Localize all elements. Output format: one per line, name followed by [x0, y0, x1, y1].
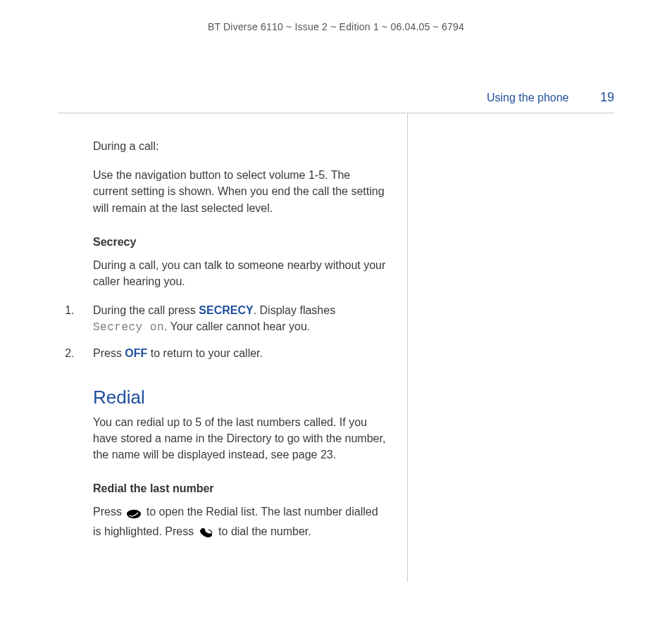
volume-instructions: Use the navigation button to select volu…	[93, 167, 386, 216]
secrecy-step-1: During the call press SECRECY. Display f…	[77, 302, 386, 336]
step1-pre: During the call press	[93, 304, 199, 316]
step2-post: to return to your caller.	[147, 347, 263, 359]
step2-pre: Press	[93, 347, 125, 359]
keyword-secrecy: SECRECY	[199, 304, 253, 316]
two-column-layout: During a call: Use the navigation button…	[58, 113, 614, 582]
redial-intro: You can redial up to 5 of the last numbe…	[93, 414, 386, 463]
redial-title: Redial	[93, 387, 386, 408]
secrecy-heading: Secrecy	[93, 236, 386, 249]
doc-header: BT Diverse 6110 ~ Issue 2 ~ Edition 1 ~ …	[0, 21, 672, 32]
page-number: 19	[600, 90, 614, 105]
redial-post: to dial the number.	[218, 525, 311, 537]
keyword-off: OFF	[125, 347, 147, 359]
redial-last-number-text: Press to open the Redial list. The last …	[93, 503, 386, 543]
svg-point-0	[127, 510, 141, 518]
secrecy-step-2: Press OFF to return to your caller.	[77, 345, 386, 361]
redial-button-icon	[126, 507, 142, 523]
document-page: BT Diverse 6110 ~ Issue 2 ~ Edition 1 ~ …	[0, 0, 672, 638]
secrecy-steps: During the call press SECRECY. Display f…	[77, 302, 386, 361]
left-column: During a call: Use the navigation button…	[58, 113, 408, 582]
display-text-secrecy-on: Secrecy on	[93, 321, 164, 334]
section-name: Using the phone	[487, 92, 569, 104]
phone-dial-icon	[199, 527, 214, 543]
redial-last-number-heading: Redial the last number	[93, 482, 386, 495]
step1-post: . Your caller cannot hear you.	[164, 320, 310, 332]
running-header: Using the phone 19	[487, 90, 614, 105]
redial-pre: Press	[93, 506, 125, 518]
secrecy-intro: During a call, you can talk to someone n…	[93, 257, 386, 289]
during-call-lead: During a call:	[93, 138, 386, 154]
right-column	[408, 113, 614, 582]
step1-mid: . Display flashes	[254, 304, 336, 316]
